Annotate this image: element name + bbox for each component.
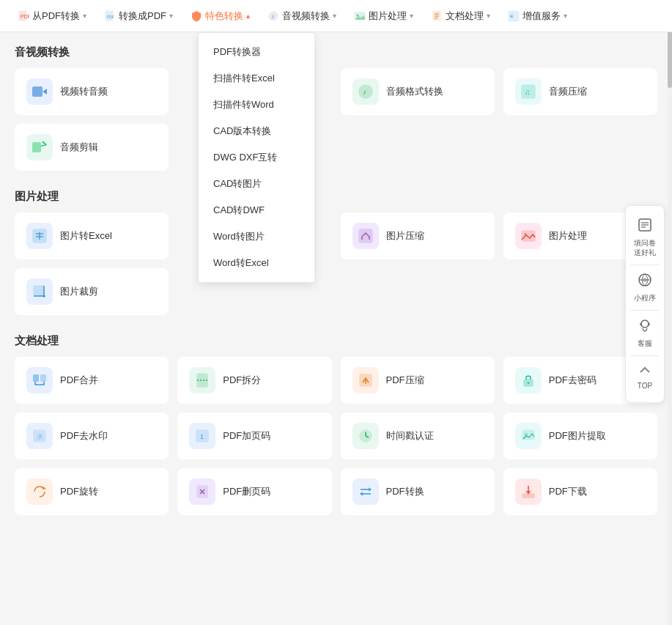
to-pdf-icon: PDF [104,10,116,22]
svg-text:♪: ♪ [271,13,274,20]
pdf-rotate-icon [26,478,53,505]
tool-audio-edit[interactable]: 音频剪辑 [15,124,169,171]
svg-line-22 [41,145,46,146]
main-content: 音视频转换 视频转音频 ♪ 音频格式转换 ♫ 音频压缩 [0,32,672,536]
audio-format-icon: ♪ [352,78,379,105]
audio-edit-icon [26,134,53,160]
video-to-audio-label: 视频转音频 [60,85,108,98]
tool-img-to-excel[interactable]: 图片转Excel [15,212,169,259]
top-nav: PDF 从PDF转换 ▾ PDF 转换成PDF ▾ 特色转换 ▴ ♪ 音视频转换… [0,0,672,32]
svg-rect-30 [34,286,44,296]
tool-pdf-merge[interactable]: PDF合并 [15,357,169,404]
mini-program-btn[interactable]: 小程序 [626,267,664,308]
top-btn[interactable]: TOP [626,358,664,396]
tool-img-crop[interactable]: 图片裁剪 [15,268,169,315]
pdf-merge-label: PDF合并 [60,374,98,387]
value-added-icon: ≡ [508,10,520,22]
svg-text:水: 水 [37,433,43,440]
nav-to-pdf-label: 转换成PDF [119,10,166,23]
dropdown-item-4[interactable]: DWG DXF互转 [199,144,314,171]
nav-special[interactable]: 特色转换 ▴ [182,0,259,32]
pdf-dl-icon [515,478,542,505]
top-label: TOP [638,381,652,391]
dropdown-item-1[interactable]: 扫描件转Excel [199,65,314,92]
audio-video-grid: 视频转音频 ♪ 音频格式转换 ♫ 音频压缩 [15,68,657,115]
tool-audio-compress[interactable]: ♫ 音频压缩 [503,68,657,115]
svg-text:1: 1 [200,433,204,440]
audio-video-section: 音视频转换 视频转音频 ♪ 音频格式转换 ♫ 音频压缩 [15,32,657,171]
tool-pdf-page-del[interactable]: PDF删页码 [177,468,331,515]
svg-text:PDF: PDF [21,14,29,19]
customer-service-btn[interactable]: 客服 [626,312,664,354]
pdf-watermark-label: PDF去水印 [60,429,108,443]
svg-text:PDF: PDF [107,15,114,19]
nav-audio-video-label: 音视频转换 [282,10,330,23]
tool-video-to-audio[interactable]: 视频转音频 [15,68,169,115]
nav-to-pdf[interactable]: PDF 转换成PDF ▾ [95,0,182,32]
nav-value-added-arrow: ▾ [564,12,567,20]
svg-rect-28 [522,231,535,241]
pdf-decrypt-label: PDF去密码 [549,374,597,387]
special-icon [191,10,202,22]
pdf-split-label: PDF拆分 [223,374,261,387]
doc-grid-row1: PDF合并 PDF拆分 PDF压缩 PDF去密码 [15,357,657,404]
nav-doc-arrow: ▾ [487,12,490,20]
doc-grid-row2: 水 PDF去水印 1 PDF加页码 时间戳认证 PDF图片提取 [15,413,657,459]
tool-pdf-compress[interactable]: PDF压缩 [341,357,495,404]
dropdown-item-3[interactable]: CAD版本转换 [199,118,314,144]
time-cert-icon [352,423,379,449]
doc-section: 文档处理 PDF合并 PDF拆分 PDF压缩 [15,321,657,515]
dropdown-item-2[interactable]: 扫描件转Word [199,92,314,118]
customer-service-icon [638,318,652,336]
scrollbar-thumb[interactable] [668,29,672,88]
svg-rect-33 [33,374,39,382]
pdf-split-icon [189,367,215,393]
img-compress-label: 图片压缩 [386,229,424,243]
tool-pdf-img-extract[interactable]: PDF图片提取 [503,413,657,459]
pdf-page-del-label: PDF删页码 [223,485,270,498]
dropdown-item-5[interactable]: CAD转图片 [199,171,314,197]
pdf-page-num-label: PDF加页码 [223,429,270,443]
nav-from-pdf[interactable]: PDF 从PDF转换 ▾ [9,0,95,32]
svg-text:♫: ♫ [525,88,531,96]
nav-image[interactable]: 图片处理 ▾ [345,0,422,32]
nav-from-pdf-label: 从PDF转换 [32,10,80,23]
pdf-watermark-icon: 水 [26,423,53,449]
svg-line-21 [43,141,46,145]
tool-pdf-convert[interactable]: PDF转换 [341,468,495,515]
tool-pdf-split[interactable]: PDF拆分 [177,357,331,404]
dropdown-item-0[interactable]: PDF转换器 [199,39,314,65]
pdf-merge-icon [26,367,53,393]
img-process-label: 图片处理 [549,229,587,243]
pdf-img-extract-icon [515,423,542,449]
doc-grid-row3: PDF旋转 PDF删页码 PDF转换 PDF下载 [15,468,657,515]
dropdown-item-6[interactable]: CAD转DWF [199,197,314,223]
top-arrow-icon [638,363,651,379]
image-grid-row2: 图片裁剪 [15,268,657,315]
dropdown-item-8[interactable]: Word转Excel [199,250,314,276]
nav-image-label: 图片处理 [369,10,407,23]
tool-pdf-rotate[interactable]: PDF旋转 [15,468,169,515]
pdf-convert-label: PDF转换 [386,485,424,498]
nav-value-added[interactable]: ≡ 增值服务 ▾ [499,0,576,32]
tool-pdf-page-num[interactable]: 1 PDF加页码 [177,413,331,459]
dropdown-item-7[interactable]: Word转图片 [199,223,314,250]
survey-btn[interactable]: 填问卷送好礼 [626,212,664,263]
tool-time-cert[interactable]: 时间戳认证 [341,413,495,459]
tool-audio-format[interactable]: ♪ 音频格式转换 [341,68,495,115]
image-title: 图片处理 [15,177,657,212]
svg-marker-54 [369,487,372,492]
nav-audio-video[interactable]: ♪ 音视频转换 ▾ [259,0,345,32]
pdf-page-num-icon: 1 [189,423,215,449]
svg-point-40 [527,382,529,384]
svg-marker-15 [43,89,47,95]
survey-icon [638,218,652,236]
tool-pdf-dl[interactable]: PDF下载 [503,468,657,515]
nav-doc-label: 文档处理 [446,10,484,23]
nav-doc[interactable]: 文档处理 ▾ [422,0,499,32]
nav-audio-video-arrow: ▾ [333,12,336,20]
nav-from-pdf-arrow: ▾ [83,12,86,20]
tool-pdf-watermark[interactable]: 水 PDF去水印 [15,413,169,459]
tool-img-compress[interactable]: 图片压缩 [341,212,495,259]
scrollbar[interactable] [668,0,672,625]
